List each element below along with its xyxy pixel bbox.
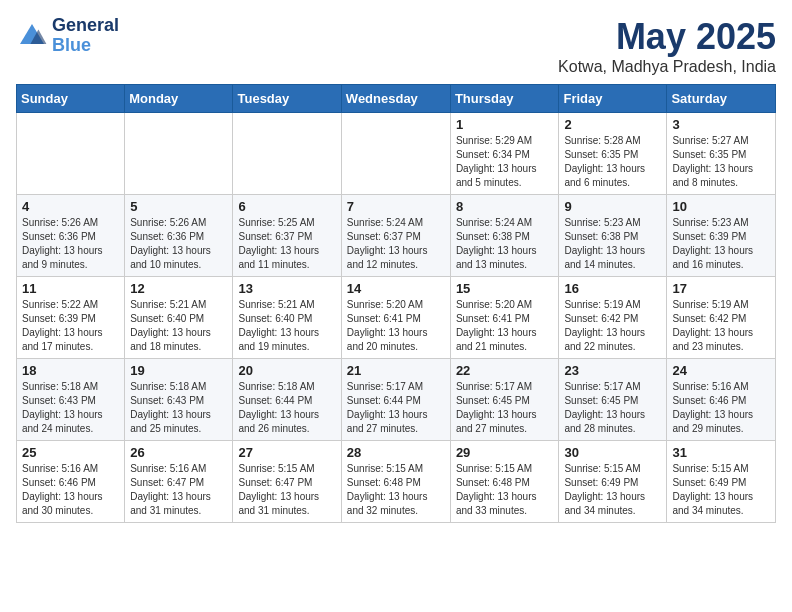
day-info: Sunrise: 5:16 AM Sunset: 6:46 PM Dayligh…	[672, 380, 770, 436]
day-header-saturday: Saturday	[667, 85, 776, 113]
day-number: 19	[130, 363, 227, 378]
day-info: Sunrise: 5:15 AM Sunset: 6:48 PM Dayligh…	[347, 462, 445, 518]
logo-text: General Blue	[52, 16, 119, 56]
day-number: 17	[672, 281, 770, 296]
week-row-3: 11Sunrise: 5:22 AM Sunset: 6:39 PM Dayli…	[17, 277, 776, 359]
calendar-cell: 3Sunrise: 5:27 AM Sunset: 6:35 PM Daylig…	[667, 113, 776, 195]
calendar-cell: 7Sunrise: 5:24 AM Sunset: 6:37 PM Daylig…	[341, 195, 450, 277]
day-info: Sunrise: 5:27 AM Sunset: 6:35 PM Dayligh…	[672, 134, 770, 190]
calendar-cell: 23Sunrise: 5:17 AM Sunset: 6:45 PM Dayli…	[559, 359, 667, 441]
day-info: Sunrise: 5:15 AM Sunset: 6:47 PM Dayligh…	[238, 462, 335, 518]
day-number: 5	[130, 199, 227, 214]
day-info: Sunrise: 5:26 AM Sunset: 6:36 PM Dayligh…	[22, 216, 119, 272]
day-header-thursday: Thursday	[450, 85, 559, 113]
day-number: 9	[564, 199, 661, 214]
day-info: Sunrise: 5:17 AM Sunset: 6:44 PM Dayligh…	[347, 380, 445, 436]
week-row-1: 1Sunrise: 5:29 AM Sunset: 6:34 PM Daylig…	[17, 113, 776, 195]
calendar-cell: 20Sunrise: 5:18 AM Sunset: 6:44 PM Dayli…	[233, 359, 341, 441]
calendar-cell: 10Sunrise: 5:23 AM Sunset: 6:39 PM Dayli…	[667, 195, 776, 277]
day-info: Sunrise: 5:21 AM Sunset: 6:40 PM Dayligh…	[130, 298, 227, 354]
calendar-cell	[341, 113, 450, 195]
day-info: Sunrise: 5:26 AM Sunset: 6:36 PM Dayligh…	[130, 216, 227, 272]
day-info: Sunrise: 5:25 AM Sunset: 6:37 PM Dayligh…	[238, 216, 335, 272]
day-number: 21	[347, 363, 445, 378]
calendar-cell: 27Sunrise: 5:15 AM Sunset: 6:47 PM Dayli…	[233, 441, 341, 523]
day-number: 3	[672, 117, 770, 132]
day-number: 7	[347, 199, 445, 214]
day-number: 1	[456, 117, 554, 132]
day-info: Sunrise: 5:29 AM Sunset: 6:34 PM Dayligh…	[456, 134, 554, 190]
day-number: 20	[238, 363, 335, 378]
day-info: Sunrise: 5:16 AM Sunset: 6:47 PM Dayligh…	[130, 462, 227, 518]
calendar-cell: 24Sunrise: 5:16 AM Sunset: 6:46 PM Dayli…	[667, 359, 776, 441]
day-info: Sunrise: 5:18 AM Sunset: 6:44 PM Dayligh…	[238, 380, 335, 436]
calendar-cell: 17Sunrise: 5:19 AM Sunset: 6:42 PM Dayli…	[667, 277, 776, 359]
day-number: 6	[238, 199, 335, 214]
calendar-cell: 31Sunrise: 5:15 AM Sunset: 6:49 PM Dayli…	[667, 441, 776, 523]
calendar-cell: 30Sunrise: 5:15 AM Sunset: 6:49 PM Dayli…	[559, 441, 667, 523]
day-info: Sunrise: 5:19 AM Sunset: 6:42 PM Dayligh…	[672, 298, 770, 354]
day-info: Sunrise: 5:22 AM Sunset: 6:39 PM Dayligh…	[22, 298, 119, 354]
day-info: Sunrise: 5:23 AM Sunset: 6:38 PM Dayligh…	[564, 216, 661, 272]
day-info: Sunrise: 5:20 AM Sunset: 6:41 PM Dayligh…	[347, 298, 445, 354]
calendar-cell: 26Sunrise: 5:16 AM Sunset: 6:47 PM Dayli…	[125, 441, 233, 523]
calendar-cell: 2Sunrise: 5:28 AM Sunset: 6:35 PM Daylig…	[559, 113, 667, 195]
day-number: 18	[22, 363, 119, 378]
logo-icon	[16, 20, 48, 52]
day-header-wednesday: Wednesday	[341, 85, 450, 113]
calendar-cell: 16Sunrise: 5:19 AM Sunset: 6:42 PM Dayli…	[559, 277, 667, 359]
day-number: 10	[672, 199, 770, 214]
day-info: Sunrise: 5:15 AM Sunset: 6:48 PM Dayligh…	[456, 462, 554, 518]
day-number: 31	[672, 445, 770, 460]
day-info: Sunrise: 5:24 AM Sunset: 6:38 PM Dayligh…	[456, 216, 554, 272]
day-info: Sunrise: 5:15 AM Sunset: 6:49 PM Dayligh…	[672, 462, 770, 518]
day-number: 15	[456, 281, 554, 296]
day-info: Sunrise: 5:18 AM Sunset: 6:43 PM Dayligh…	[130, 380, 227, 436]
calendar-cell: 13Sunrise: 5:21 AM Sunset: 6:40 PM Dayli…	[233, 277, 341, 359]
calendar-cell: 6Sunrise: 5:25 AM Sunset: 6:37 PM Daylig…	[233, 195, 341, 277]
day-number: 11	[22, 281, 119, 296]
day-number: 26	[130, 445, 227, 460]
title-area: May 2025 Kotwa, Madhya Pradesh, India	[558, 16, 776, 76]
header: General Blue May 2025 Kotwa, Madhya Prad…	[16, 16, 776, 76]
day-number: 27	[238, 445, 335, 460]
day-info: Sunrise: 5:23 AM Sunset: 6:39 PM Dayligh…	[672, 216, 770, 272]
calendar-cell: 29Sunrise: 5:15 AM Sunset: 6:48 PM Dayli…	[450, 441, 559, 523]
calendar-cell: 18Sunrise: 5:18 AM Sunset: 6:43 PM Dayli…	[17, 359, 125, 441]
day-header-friday: Friday	[559, 85, 667, 113]
day-info: Sunrise: 5:20 AM Sunset: 6:41 PM Dayligh…	[456, 298, 554, 354]
calendar-cell: 21Sunrise: 5:17 AM Sunset: 6:44 PM Dayli…	[341, 359, 450, 441]
day-info: Sunrise: 5:15 AM Sunset: 6:49 PM Dayligh…	[564, 462, 661, 518]
calendar-cell	[125, 113, 233, 195]
location-title: Kotwa, Madhya Pradesh, India	[558, 58, 776, 76]
day-info: Sunrise: 5:16 AM Sunset: 6:46 PM Dayligh…	[22, 462, 119, 518]
logo: General Blue	[16, 16, 119, 56]
calendar-cell	[233, 113, 341, 195]
day-number: 24	[672, 363, 770, 378]
week-row-5: 25Sunrise: 5:16 AM Sunset: 6:46 PM Dayli…	[17, 441, 776, 523]
calendar-cell: 25Sunrise: 5:16 AM Sunset: 6:46 PM Dayli…	[17, 441, 125, 523]
day-header-tuesday: Tuesday	[233, 85, 341, 113]
day-info: Sunrise: 5:18 AM Sunset: 6:43 PM Dayligh…	[22, 380, 119, 436]
week-row-2: 4Sunrise: 5:26 AM Sunset: 6:36 PM Daylig…	[17, 195, 776, 277]
calendar-cell: 5Sunrise: 5:26 AM Sunset: 6:36 PM Daylig…	[125, 195, 233, 277]
calendar-cell: 12Sunrise: 5:21 AM Sunset: 6:40 PM Dayli…	[125, 277, 233, 359]
calendar-cell: 11Sunrise: 5:22 AM Sunset: 6:39 PM Dayli…	[17, 277, 125, 359]
day-number: 28	[347, 445, 445, 460]
calendar: SundayMondayTuesdayWednesdayThursdayFrid…	[16, 84, 776, 523]
calendar-body: 1Sunrise: 5:29 AM Sunset: 6:34 PM Daylig…	[17, 113, 776, 523]
calendar-cell: 28Sunrise: 5:15 AM Sunset: 6:48 PM Dayli…	[341, 441, 450, 523]
calendar-cell	[17, 113, 125, 195]
calendar-cell: 1Sunrise: 5:29 AM Sunset: 6:34 PM Daylig…	[450, 113, 559, 195]
calendar-cell: 22Sunrise: 5:17 AM Sunset: 6:45 PM Dayli…	[450, 359, 559, 441]
day-number: 25	[22, 445, 119, 460]
day-info: Sunrise: 5:24 AM Sunset: 6:37 PM Dayligh…	[347, 216, 445, 272]
calendar-cell: 8Sunrise: 5:24 AM Sunset: 6:38 PM Daylig…	[450, 195, 559, 277]
calendar-cell: 4Sunrise: 5:26 AM Sunset: 6:36 PM Daylig…	[17, 195, 125, 277]
day-info: Sunrise: 5:19 AM Sunset: 6:42 PM Dayligh…	[564, 298, 661, 354]
day-number: 29	[456, 445, 554, 460]
day-number: 2	[564, 117, 661, 132]
day-number: 23	[564, 363, 661, 378]
day-number: 4	[22, 199, 119, 214]
calendar-header: SundayMondayTuesdayWednesdayThursdayFrid…	[17, 85, 776, 113]
